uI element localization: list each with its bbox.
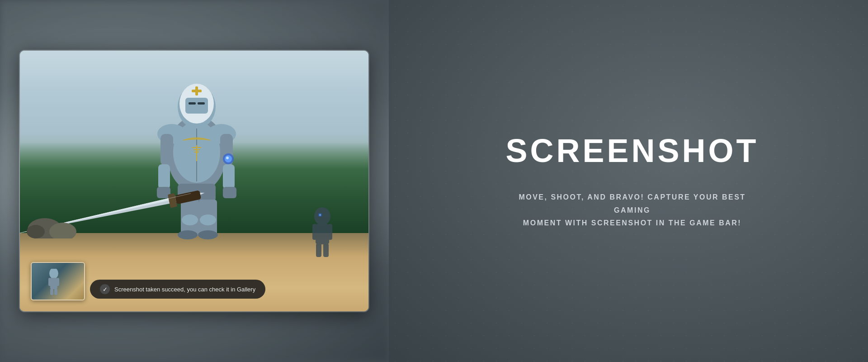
svg-rect-50 xyxy=(54,289,57,295)
knight-character xyxy=(124,64,269,254)
main-layout: ✓ Screenshot taken succeed, you can chec… xyxy=(0,0,868,362)
screenshot-card: ✓ Screenshot taken succeed, you can chec… xyxy=(19,50,369,312)
svg-point-7 xyxy=(200,214,216,225)
svg-rect-38 xyxy=(316,243,321,257)
feature-description-line2: MOMENT WITH SCREENSHOT IN THE GAME BAR! xyxy=(523,219,741,227)
svg-rect-17 xyxy=(223,187,236,198)
svg-rect-39 xyxy=(323,243,329,257)
svg-point-28 xyxy=(226,157,229,159)
thumbnail-image xyxy=(32,263,84,300)
svg-rect-49 xyxy=(50,289,53,295)
svg-rect-25 xyxy=(192,90,202,92)
svg-rect-31 xyxy=(167,193,177,208)
check-icon: ✓ xyxy=(100,284,110,294)
screenshot-thumbnail xyxy=(31,262,85,300)
svg-rect-21 xyxy=(185,98,208,114)
svg-point-44 xyxy=(27,225,45,238)
svg-rect-36 xyxy=(312,224,317,240)
svg-rect-37 xyxy=(328,224,332,240)
svg-point-6 xyxy=(182,214,198,225)
svg-point-41 xyxy=(319,214,321,216)
svg-point-9 xyxy=(198,230,218,239)
svg-rect-35 xyxy=(316,224,329,244)
svg-rect-47 xyxy=(48,278,51,286)
svg-rect-48 xyxy=(57,278,59,286)
rocks xyxy=(27,207,81,238)
svg-point-34 xyxy=(314,207,330,225)
toast-message: Screenshot taken succeed, you can check … xyxy=(114,286,255,293)
feature-info-panel: SCREENSHOT MOVE, SHOOT, AND BRAVO! CAPTU… xyxy=(406,132,868,230)
svg-rect-23 xyxy=(198,102,205,105)
svg-rect-14 xyxy=(158,164,170,189)
svg-point-8 xyxy=(178,230,198,239)
toast-notification: ✓ Screenshot taken succeed, you can chec… xyxy=(90,280,265,299)
feature-description: MOVE, SHOOT, AND BRAVO! CAPTURE YOUR BES… xyxy=(501,191,764,230)
svg-rect-12 xyxy=(160,134,173,166)
svg-rect-32 xyxy=(175,190,201,204)
feature-description-line1: MOVE, SHOOT, AND BRAVO! CAPTURE YOUR BES… xyxy=(519,193,745,214)
background-character xyxy=(304,200,340,259)
feature-title: SCREENSHOT xyxy=(505,132,759,169)
svg-rect-15 xyxy=(223,164,235,189)
svg-point-45 xyxy=(49,269,58,279)
svg-rect-46 xyxy=(50,278,57,289)
svg-rect-22 xyxy=(189,102,196,105)
